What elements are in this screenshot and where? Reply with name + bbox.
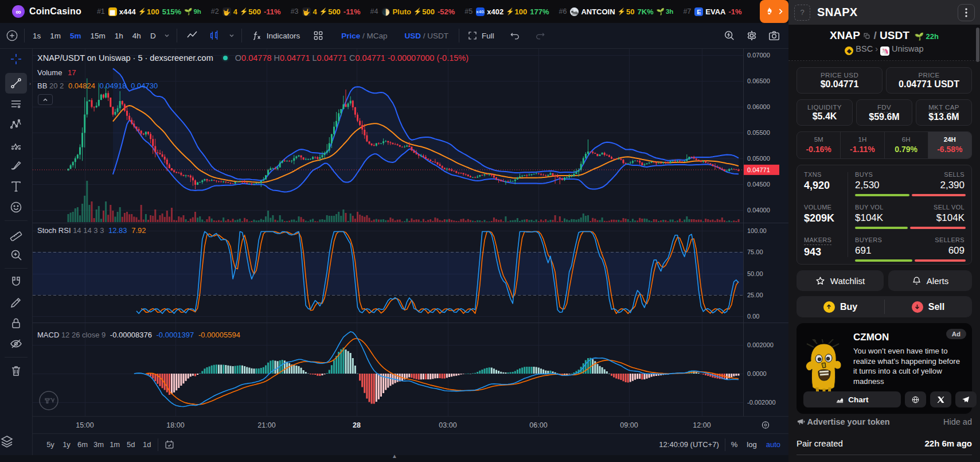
svg-text:75.00: 75.00 [747,249,763,255]
svg-text:25.00: 25.00 [747,292,763,298]
svg-text:0.05500: 0.05500 [747,129,770,136]
svg-text:100.00: 100.00 [747,227,767,234]
svg-text:0.04000: 0.04000 [747,207,770,213]
svg-text:0.04500: 0.04500 [747,181,770,188]
svg-text:0.05000: 0.05000 [747,155,770,162]
svg-text:0.002000: 0.002000 [747,341,774,348]
svg-text:0.07000: 0.07000 [747,52,770,59]
svg-text:0.00: 0.00 [747,313,759,320]
svg-text:0.06000: 0.06000 [747,103,770,110]
svg-text:0.0000: 0.0000 [747,370,767,377]
svg-text:-0.002000: -0.002000 [747,399,776,406]
svg-text:50.00: 50.00 [747,270,763,277]
svg-text:0.04771: 0.04771 [747,166,770,173]
svg-text:0.06500: 0.06500 [747,77,770,84]
